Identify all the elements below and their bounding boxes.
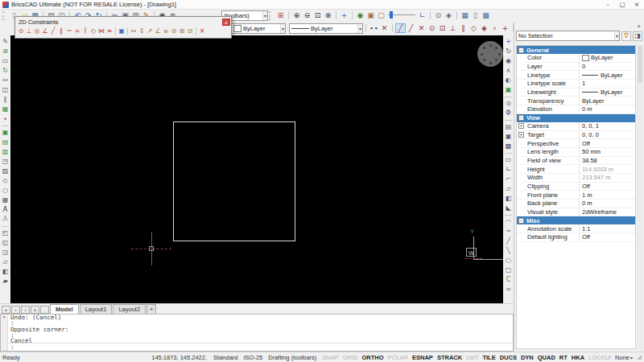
coincident-constraint-icon[interactable]: ⊙ (17, 27, 25, 36)
polygon-icon[interactable]: ◇ (1, 176, 10, 185)
offset-tool-icon[interactable]: ∥ (1, 95, 10, 104)
maximize-button[interactable]: ▢ (615, 0, 630, 9)
table-icon[interactable]: ▦ (1, 195, 10, 204)
polyline-tool-icon[interactable]: ╲ (504, 246, 513, 255)
chevron-down-icon[interactable]: ▾ (630, 355, 633, 360)
status-toggle-quad[interactable]: QUAD (538, 354, 555, 361)
status-field[interactable]: Drafting (toolbars) (268, 354, 316, 361)
draw-order-icon[interactable]: ◧ (504, 194, 513, 203)
materials-browser-icon[interactable]: ▩ (504, 142, 513, 150)
visibility-icon[interactable]: ◉ (355, 10, 365, 20)
equal-constraint-icon[interactable]: = (73, 27, 81, 36)
orbit-view-icon[interactable]: ↻ (504, 47, 513, 56)
selection-dropdown[interactable]: No Selection ▾ (516, 31, 620, 41)
property-value[interactable]: 1 (579, 80, 635, 88)
named-views-icon[interactable]: ▤ (504, 122, 513, 131)
symmetric-constraint-icon[interactable]: ◇ (89, 27, 97, 36)
convert-curve-icon[interactable]: C (504, 275, 513, 284)
linear-dim-constraint-icon[interactable]: ↔ (130, 27, 138, 36)
linetype-dropdown[interactable]: ByLayer ▾ (289, 23, 363, 34)
snap-center-icon[interactable]: ⊙ (427, 23, 437, 33)
extrude-icon[interactable]: ▱ (1, 257, 10, 266)
subtract-icon[interactable]: ◱ (1, 238, 10, 247)
property-value[interactable]: 1 m (579, 191, 635, 199)
drawing-explorer-icon[interactable]: ⊞ (275, 10, 286, 20)
status-field[interactable]: ISO-25 (244, 354, 263, 361)
hatch-icon[interactable]: ▨ (1, 167, 10, 175)
diameter-dim-constraint-icon[interactable]: ⊘ (170, 27, 178, 36)
layout-menu-button[interactable] (40, 306, 49, 314)
scrollbar-thumb[interactable] (638, 46, 642, 83)
slice-solid-icon[interactable]: ∟ (504, 165, 513, 174)
expand-icon[interactable]: + (518, 123, 524, 129)
collapse-icon[interactable]: − (518, 115, 524, 121)
last-layout-button[interactable]: » (31, 306, 39, 314)
property-value[interactable]: 0 (579, 63, 635, 71)
brightness-slider[interactable] (388, 10, 415, 20)
block-insert-icon[interactable]: ▥ (1, 147, 10, 156)
explode-icon[interactable]: ◳ (1, 157, 10, 166)
array-tool-icon[interactable]: ▦ (1, 105, 10, 113)
section-header-misc[interactable]: −Misc (517, 216, 635, 224)
horizontal-constraint-icon[interactable]: ⋈ (97, 27, 105, 36)
status-toggle-rt[interactable]: RT (559, 354, 568, 361)
snap-parallel-icon[interactable]: ∥ (458, 23, 469, 33)
property-value[interactable]: Off (579, 139, 635, 147)
next-layout-button[interactable]: › (21, 306, 30, 314)
revision-cloud-icon[interactable]: ○ (504, 256, 513, 265)
snap-endpoint-icon[interactable]: ╱ (395, 23, 406, 33)
snap-track-icon[interactable]: ∙∙ (369, 23, 379, 33)
ucs-icon[interactable]: ∟ (417, 10, 427, 20)
add-layout-button[interactable]: + (147, 304, 156, 314)
mtext-icon[interactable]: A (1, 215, 10, 224)
collapse-icon[interactable]: − (518, 47, 524, 53)
vertical-constraint-icon[interactable]: ≡ (105, 27, 114, 36)
camera-view-icon[interactable]: ▣ (504, 132, 513, 141)
property-value[interactable]: 0 m (579, 200, 635, 208)
property-value[interactable]: 0, 0, 1 (579, 122, 635, 130)
section-header-general[interactable]: −General (517, 46, 635, 54)
snap-node-icon[interactable]: ∘ (489, 23, 500, 33)
snap-from-icon[interactable]: ✕ (379, 23, 390, 33)
layout-grid-icon[interactable]: ▦ (460, 10, 470, 20)
coordinates-display[interactable]: 145.1873, 145.2422, (151, 354, 207, 361)
status-toggle-ortho[interactable]: ORTHO (362, 354, 384, 361)
tab-layout1[interactable]: Layout1 (80, 304, 113, 314)
zoom-window-icon[interactable]: ⊡ (312, 10, 323, 20)
snap-entity-icon[interactable]: ⊡ (437, 23, 448, 33)
text-icon[interactable]: A (1, 205, 10, 214)
status-toggle-lwt[interactable]: LWT (466, 354, 478, 361)
chevron-down-icon[interactable]: ▾ (357, 24, 362, 33)
rotate-tool-icon[interactable]: ↻ (1, 66, 10, 75)
point-tool-icon[interactable]: ∙ (1, 114, 10, 123)
concentric-constraint-icon[interactable]: ◎ (33, 27, 41, 36)
wedge-icon[interactable]: ◣ (504, 204, 513, 212)
copy-entity-icon[interactable]: ⊞ (1, 47, 10, 56)
region-icon[interactable]: ▰ (1, 277, 10, 286)
property-value[interactable]: 114.9203 m (579, 165, 635, 173)
tab-layout2[interactable]: Layout2 (113, 304, 146, 314)
command-panel-grip[interactable]: × (1, 315, 8, 351)
status-toggle-esnap[interactable]: ESNAP (412, 354, 433, 361)
smooth-constraint-icon[interactable]: ~ (65, 27, 73, 36)
close-icon[interactable]: × (2, 315, 6, 319)
property-value[interactable]: 1:1 (579, 224, 635, 232)
circle-icon[interactable]: ○ (1, 186, 10, 195)
command-line-panel[interactable]: × Undo: (Cancel):Opposite corner::Cancel… (0, 314, 514, 352)
property-value[interactable]: 0 m (579, 105, 635, 113)
angular-dim-constraint-icon[interactable]: ∠ (154, 27, 162, 36)
first-layout-button[interactable]: « (2, 306, 10, 314)
arc-tool-icon[interactable]: ◠ (504, 217, 513, 226)
property-value[interactable]: 213.547 m (579, 174, 635, 182)
toolbar-grip[interactable] (2, 11, 6, 20)
hide-constraints-icon[interactable]: ⊟ (186, 27, 194, 36)
wave-edit-icon[interactable]: ≈ (504, 285, 513, 294)
hide-entities-icon[interactable]: ▢ (376, 10, 386, 20)
tangent-constraint-icon[interactable]: ╱ (49, 27, 57, 36)
snap-quadrant-icon[interactable]: ◇ (469, 23, 479, 33)
perspective-icon[interactable]: Φ (504, 109, 513, 117)
zoom-extents-icon[interactable]: ⊗ (323, 10, 333, 20)
fix-constraint-icon[interactable]: I (81, 27, 89, 36)
twist-view-icon[interactable]: ⊙ (504, 99, 513, 108)
chevron-down-icon[interactable]: ▾ (280, 24, 285, 33)
